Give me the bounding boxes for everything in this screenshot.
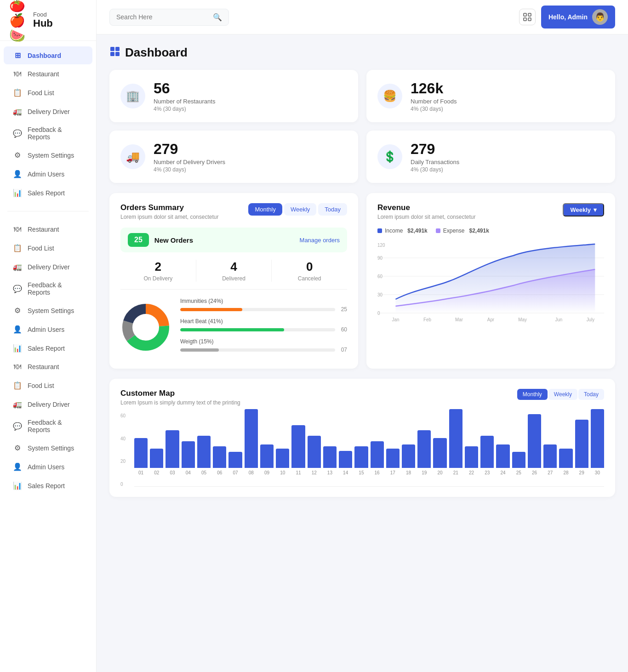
sidebar-item-restaurant[interactable]: 🍽 Restaurant	[4, 65, 92, 83]
sidebar-item-food-3[interactable]: 📋 Food List	[4, 376, 92, 394]
customer-map-header: Customer Map Lorem Ipsum is simply dummy…	[120, 389, 604, 406]
main-content: 🔍 Hello, Admin 👨 Dashboard	[97, 0, 628, 672]
new-orders-badge: 25	[128, 233, 149, 247]
revenue-card: Revenue Lorem ipsum dolor sit amet, cons…	[366, 193, 615, 369]
orders-card-header: Orders Summary Lorem ipsum dolor sit ame…	[120, 203, 347, 220]
search-box[interactable]: 🔍	[109, 9, 229, 26]
bar-item: 07	[228, 452, 242, 475]
search-input[interactable]	[116, 13, 209, 21]
fullscreen-icon	[523, 13, 531, 21]
sidebar-item-settings-3[interactable]: ⚙ System Settings	[4, 439, 92, 457]
sidebar-item-delivery-2[interactable]: 🚛 Delivery Driver	[4, 258, 92, 276]
customer-map-card: Customer Map Lorem Ipsum is simply dummy…	[109, 379, 615, 497]
legend-expense: Expense $2,491k	[436, 228, 489, 234]
customer-tab-monthly[interactable]: Monthly	[517, 389, 548, 400]
bar-item: 26	[528, 414, 541, 475]
orders-summary-card: Orders Summary Lorem ipsum dolor sit ame…	[109, 193, 358, 369]
legend-income: Income $2,491k	[377, 228, 428, 234]
legend-heartbeat: Heart Beat (41%) 60	[180, 318, 347, 333]
stat-icon-foods: 🍔	[377, 84, 402, 108]
svg-rect-7	[115, 52, 120, 56]
sidebar-item-delivery-driver[interactable]: 🚛 Delivery Driver	[4, 103, 92, 120]
svg-rect-4	[110, 47, 114, 51]
dashboard-title-icon	[109, 46, 120, 60]
sidebar-item-restaurant-3[interactable]: 🍽 Restaurant	[4, 358, 92, 376]
sales-icon-2: 📊	[13, 344, 22, 353]
sidebar-item-restaurant-2[interactable]: 🍽 Restaurant	[4, 221, 92, 238]
tab-weekly[interactable]: Weekly	[284, 203, 316, 216]
sidebar-section-2: 🍽 Restaurant 📋 Food List 🚛 Delivery Driv…	[0, 215, 96, 500]
bar-item: 10	[276, 449, 289, 475]
new-orders-row: 25 New Orders Manage orders	[120, 228, 347, 252]
admin-icon-3: 👤	[13, 462, 22, 471]
bar-item: 16	[371, 441, 384, 475]
bar-item: 02	[150, 449, 163, 475]
feedback-icon: 💬	[13, 129, 22, 138]
manage-orders-link[interactable]: Manage orders	[300, 237, 340, 244]
sidebar-item-admin[interactable]: 👤 Admin Users	[4, 165, 92, 183]
donut-legend: Immunities (24%) 25 Heart Beat (41%)	[180, 298, 347, 359]
orders-tab-group: Monthly Weekly Today	[248, 203, 347, 216]
delivery-icon-2: 🚛	[13, 262, 22, 271]
bar-item: 21	[449, 409, 462, 475]
sidebar-item-food-list[interactable]: 📋 Food List	[4, 84, 92, 102]
food-icon-2: 📋	[13, 244, 22, 252]
sidebar-item-feedback[interactable]: 💬 Feedback & Reports	[4, 121, 92, 145]
revenue-weekly-tab[interactable]: Weekly ▾	[563, 203, 604, 216]
stat-info-drivers: 279 Number of Delivery Drivers 4% (30 da…	[154, 141, 225, 173]
svg-rect-1	[528, 13, 531, 16]
sidebar-item-sales-3[interactable]: 📊 Sales Report	[4, 477, 92, 495]
bar-item: 03	[166, 430, 179, 475]
bar-item: 11	[291, 425, 305, 475]
admin-button[interactable]: Hello, Admin 👨	[541, 6, 615, 28]
sidebar-divider	[7, 211, 89, 211]
svg-text:120: 120	[377, 243, 385, 248]
legend-immunities: Immunities (24%) 25	[180, 298, 347, 313]
sidebar-item-settings-2[interactable]: ⚙ System Settings	[4, 302, 92, 319]
sidebar-item-admin-3[interactable]: 👤 Admin Users	[4, 458, 92, 476]
bar-item: 27	[543, 444, 557, 475]
sidebar-item-admin-2[interactable]: 👤 Admin Users	[4, 320, 92, 338]
bar-item: 17	[386, 449, 400, 475]
sidebar-item-dashboard[interactable]: ⊞ Dashboard	[4, 46, 92, 64]
tab-today[interactable]: Today	[318, 203, 347, 216]
food-icon-3: 📋	[13, 381, 22, 390]
admin-icon: 👤	[13, 170, 22, 178]
logo: 🍅🍎🍉 Food Hub	[0, 0, 96, 41]
bar-item: 08	[245, 409, 258, 475]
sidebar-item-delivery-3[interactable]: 🚛 Delivery Driver	[4, 395, 92, 413]
sidebar-item-sales-2[interactable]: 📊 Sales Report	[4, 339, 92, 357]
revenue-legend: Income $2,491k Expense $2,491k	[377, 228, 604, 234]
sidebar-item-feedback-2[interactable]: 💬 Feedback & Reports	[4, 277, 92, 301]
sidebar-item-feedback-3[interactable]: 💬 Feedback & Reports	[4, 414, 92, 438]
bar-item: 25	[512, 452, 525, 475]
donut-chart	[120, 302, 171, 354]
svg-point-13	[133, 314, 159, 340]
feedback-icon-3: 💬	[13, 422, 22, 431]
bar-item: 14	[339, 451, 352, 475]
fullscreen-button[interactable]	[519, 9, 536, 25]
customer-tab-today[interactable]: Today	[578, 389, 604, 400]
bar-item: 01	[134, 438, 148, 475]
sidebar-item-food-2[interactable]: 📋 Food List	[4, 239, 92, 257]
sidebar-item-sales[interactable]: 📊 Sales Report	[4, 184, 92, 202]
svg-text:30: 30	[377, 292, 383, 297]
avatar: 👨	[592, 9, 608, 25]
stat-card-drivers: 🚚 279 Number of Delivery Drivers 4% (30 …	[109, 131, 358, 183]
logo-text: Food Hub	[33, 11, 53, 29]
stat-card-foods: 🍔 126k Number of Foods 4% (30 days)	[366, 70, 615, 122]
customer-tab-weekly[interactable]: Weekly	[548, 389, 577, 400]
customer-map-tabs: Monthly Weekly Today	[517, 389, 604, 400]
delivery-icon: 🚛	[13, 107, 22, 116]
tab-monthly[interactable]: Monthly	[248, 203, 282, 216]
svg-rect-2	[524, 18, 526, 21]
sidebar-item-settings[interactable]: ⚙ System Settings	[4, 146, 92, 164]
bar-item: 05	[197, 436, 211, 475]
middle-row: Orders Summary Lorem ipsum dolor sit ame…	[109, 193, 615, 369]
revenue-chart: 0 30 60 90 120 Jan Feb Ma	[377, 239, 604, 333]
sidebar-section-1: ⊞ Dashboard 🍽 Restaurant 📋 Food List 🚛 D…	[0, 41, 96, 207]
settings-icon-2: ⚙	[13, 306, 22, 315]
delivery-icon-3: 🚛	[13, 400, 22, 409]
customer-bar-chart: 0 20 40 60 01020304050607080910111213141…	[120, 413, 604, 487]
feedback-icon-2: 💬	[13, 285, 22, 293]
